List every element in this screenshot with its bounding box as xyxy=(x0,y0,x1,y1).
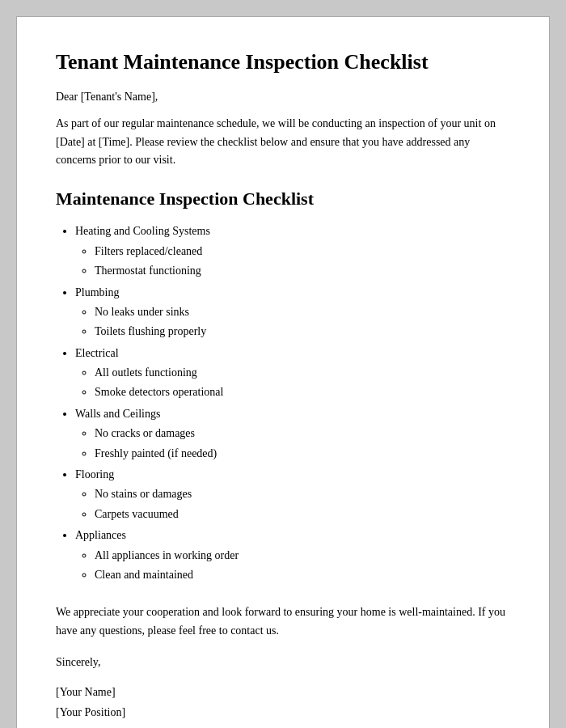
checklist-item-0-0: Filters replaced/cleaned xyxy=(95,243,510,260)
checklist-item-2-1: Smoke detectors operational xyxy=(95,383,510,401)
checklist-item-4-1: Carpets vacuumed xyxy=(95,506,510,523)
checklist-item-2-0: All outlets functioning xyxy=(95,364,510,382)
checklist-inner-4: No stains or damagesCarpets vacuumed xyxy=(75,485,510,523)
checklist-inner-2: All outlets functioningSmoke detectors o… xyxy=(75,364,510,402)
section-title: Maintenance Inspection Checklist xyxy=(56,188,510,210)
document-title: Tenant Maintenance Inspection Checklist xyxy=(56,49,510,74)
signature-position: [Your Position] xyxy=(56,702,510,722)
checklist-inner-3: No cracks or damagesFreshly painted (if … xyxy=(75,425,510,463)
signature-block: [Your Name] [Your Position] [Your Contac… xyxy=(56,682,510,728)
checklist-category-4: FlooringNo stains or damagesCarpets vacu… xyxy=(75,466,510,523)
checklist-item-0-1: Thermostat functioning xyxy=(95,262,510,280)
signature-name: [Your Name] xyxy=(56,682,510,702)
checklist-outer: Heating and Cooling SystemsFilters repla… xyxy=(56,222,510,584)
signature-contact: [Your Contact Information] xyxy=(56,723,510,728)
intro-paragraph: As part of our regular maintenance sched… xyxy=(56,115,510,169)
checklist-category-0: Heating and Cooling SystemsFilters repla… xyxy=(75,222,510,280)
document-container: Tenant Maintenance Inspection Checklist … xyxy=(16,16,550,728)
checklist-inner-1: No leaks under sinksToilets flushing pro… xyxy=(75,303,510,341)
checklist-category-5: AppliancesAll appliances in working orde… xyxy=(75,527,510,584)
checklist-category-1: PlumbingNo leaks under sinksToilets flus… xyxy=(75,284,510,341)
checklist-item-3-1: Freshly painted (if needed) xyxy=(95,445,510,463)
sincerely: Sincerely, xyxy=(56,656,510,669)
checklist-category-3: Walls and CeilingsNo cracks or damagesFr… xyxy=(75,405,510,463)
closing-paragraph: We appreciate your cooperation and look … xyxy=(56,603,510,640)
checklist-inner-0: Filters replaced/cleanedThermostat funct… xyxy=(75,243,510,281)
checklist-item-3-0: No cracks or damages xyxy=(95,425,510,442)
checklist-item-4-0: No stains or damages xyxy=(95,485,510,503)
checklist-inner-5: All appliances in working orderClean and… xyxy=(75,547,510,585)
salutation: Dear [Tenant's Name], xyxy=(56,91,510,104)
checklist-item-5-0: All appliances in working order xyxy=(95,547,510,565)
checklist-item-1-0: No leaks under sinks xyxy=(95,303,510,321)
checklist-category-2: ElectricalAll outlets functioningSmoke d… xyxy=(75,345,510,402)
checklist-item-1-1: Toilets flushing properly xyxy=(95,323,510,341)
checklist-item-5-1: Clean and maintained xyxy=(95,566,510,584)
